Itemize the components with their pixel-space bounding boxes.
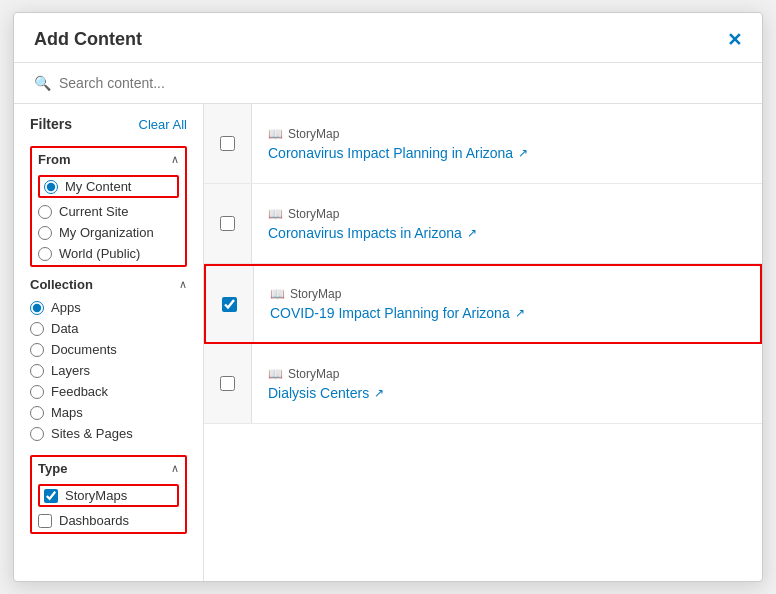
collection-options: Apps Data Documents Layers <box>30 300 187 441</box>
filters-header: Filters Clear All <box>30 116 187 132</box>
collection-section-title: Collection <box>30 277 93 292</box>
collection-section-header: Collection ∧ <box>30 277 187 292</box>
item-3-content: 📖 StoryMap COVID-19 Impact Planning for … <box>254 266 541 342</box>
filters-label: Filters <box>30 116 72 132</box>
from-chevron-icon[interactable]: ∧ <box>171 153 179 166</box>
collection-documents-radio[interactable] <box>30 343 44 357</box>
search-bar: 🔍 <box>14 63 762 104</box>
dialog-title: Add Content <box>34 29 142 50</box>
content-item-4: 📖 StoryMap Dialysis Centers ↗ <box>204 344 762 424</box>
item-2-title[interactable]: Coronavirus Impacts in Arizona ↗ <box>268 225 477 241</box>
type-chevron-icon[interactable]: ∧ <box>171 462 179 475</box>
item-3-checkbox[interactable] <box>222 297 237 312</box>
collection-maps-label: Maps <box>51 405 83 420</box>
collection-maps[interactable]: Maps <box>30 405 187 420</box>
from-options: My Content Current Site My Organization … <box>38 175 179 261</box>
type-storymaps-checkbox[interactable] <box>44 489 58 503</box>
item-2-checkbox[interactable] <box>220 216 235 231</box>
item-1-checkbox-col <box>204 104 252 183</box>
collection-apps-label: Apps <box>51 300 81 315</box>
from-current-site-label: Current Site <box>59 204 128 219</box>
content-item-2: 📖 StoryMap Coronavirus Impacts in Arizon… <box>204 184 762 264</box>
filters-panel: Filters Clear All From ∧ My Content Curr <box>14 104 204 581</box>
from-world-radio[interactable] <box>38 247 52 261</box>
external-link-icon-2: ↗ <box>467 226 477 240</box>
storymap-icon-1: 📖 <box>268 127 283 141</box>
add-content-dialog: Add Content ✕ 🔍 Filters Clear All From ∧ <box>13 12 763 582</box>
collection-feedback-label: Feedback <box>51 384 108 399</box>
from-current-site-radio[interactable] <box>38 205 52 219</box>
collection-data-label: Data <box>51 321 78 336</box>
collection-data[interactable]: Data <box>30 321 187 336</box>
collection-sites-pages[interactable]: Sites & Pages <box>30 426 187 441</box>
from-section-title: From <box>38 152 71 167</box>
from-my-content-label: My Content <box>65 179 131 194</box>
from-world[interactable]: World (Public) <box>38 246 179 261</box>
collection-layers-radio[interactable] <box>30 364 44 378</box>
from-my-org-radio[interactable] <box>38 226 52 240</box>
collection-documents-label: Documents <box>51 342 117 357</box>
item-2-type: 📖 StoryMap <box>268 207 477 221</box>
item-1-checkbox[interactable] <box>220 136 235 151</box>
item-4-type: 📖 StoryMap <box>268 367 384 381</box>
external-link-icon-1: ↗ <box>518 146 528 160</box>
item-3-checkbox-col <box>206 266 254 342</box>
from-my-org-label: My Organization <box>59 225 154 240</box>
type-dashboards-label: Dashboards <box>59 513 129 528</box>
item-1-title[interactable]: Coronavirus Impact Planning in Arizona ↗ <box>268 145 528 161</box>
item-1-type: 📖 StoryMap <box>268 127 528 141</box>
item-2-checkbox-col <box>204 184 252 263</box>
external-link-icon-3: ↗ <box>515 306 525 320</box>
type-options: StoryMaps Dashboards <box>38 484 179 528</box>
collection-layers-label: Layers <box>51 363 90 378</box>
from-section: From ∧ My Content Current Site My Organi… <box>30 146 187 267</box>
item-2-content: 📖 StoryMap Coronavirus Impacts in Arizon… <box>252 184 493 263</box>
collection-sites-pages-label: Sites & Pages <box>51 426 133 441</box>
type-dashboards-checkbox[interactable] <box>38 514 52 528</box>
collection-apps-radio[interactable] <box>30 301 44 315</box>
from-current-site[interactable]: Current Site <box>38 204 179 219</box>
dialog-header: Add Content ✕ <box>14 13 762 63</box>
from-world-label: World (Public) <box>59 246 140 261</box>
content-list: 📖 StoryMap Coronavirus Impact Planning i… <box>204 104 762 581</box>
item-3-type: 📖 StoryMap <box>270 287 525 301</box>
collection-chevron-icon[interactable]: ∧ <box>179 278 187 291</box>
collection-feedback-radio[interactable] <box>30 385 44 399</box>
storymap-icon-4: 📖 <box>268 367 283 381</box>
content-item-1: 📖 StoryMap Coronavirus Impact Planning i… <box>204 104 762 184</box>
clear-all-button[interactable]: Clear All <box>139 117 187 132</box>
type-section-header: Type ∧ <box>38 461 179 476</box>
collection-section: Collection ∧ Apps Data Documents <box>30 277 187 441</box>
from-my-content-radio[interactable] <box>44 180 58 194</box>
collection-apps[interactable]: Apps <box>30 300 187 315</box>
content-item-3: 📖 StoryMap COVID-19 Impact Planning for … <box>204 264 762 344</box>
type-dashboards[interactable]: Dashboards <box>38 513 179 528</box>
item-4-content: 📖 StoryMap Dialysis Centers ↗ <box>252 344 400 423</box>
storymap-icon-2: 📖 <box>268 207 283 221</box>
dialog-body: Filters Clear All From ∧ My Content Curr <box>14 104 762 581</box>
collection-data-radio[interactable] <box>30 322 44 336</box>
storymap-icon-3: 📖 <box>270 287 285 301</box>
collection-documents[interactable]: Documents <box>30 342 187 357</box>
item-4-checkbox-col <box>204 344 252 423</box>
close-button[interactable]: ✕ <box>727 31 742 49</box>
from-my-org[interactable]: My Organization <box>38 225 179 240</box>
item-1-content: 📖 StoryMap Coronavirus Impact Planning i… <box>252 104 544 183</box>
from-my-content[interactable]: My Content <box>38 175 179 198</box>
external-link-icon-4: ↗ <box>374 386 384 400</box>
type-section-title: Type <box>38 461 67 476</box>
collection-feedback[interactable]: Feedback <box>30 384 187 399</box>
collection-layers[interactable]: Layers <box>30 363 187 378</box>
item-4-title[interactable]: Dialysis Centers ↗ <box>268 385 384 401</box>
search-icon: 🔍 <box>34 75 51 91</box>
search-input[interactable] <box>59 75 742 91</box>
type-storymaps-label: StoryMaps <box>65 488 127 503</box>
item-3-title[interactable]: COVID-19 Impact Planning for Arizona ↗ <box>270 305 525 321</box>
collection-sites-pages-radio[interactable] <box>30 427 44 441</box>
type-storymaps[interactable]: StoryMaps <box>38 484 179 507</box>
type-section: Type ∧ StoryMaps Dashboards <box>30 455 187 534</box>
item-4-checkbox[interactable] <box>220 376 235 391</box>
from-section-header: From ∧ <box>38 152 179 167</box>
collection-maps-radio[interactable] <box>30 406 44 420</box>
